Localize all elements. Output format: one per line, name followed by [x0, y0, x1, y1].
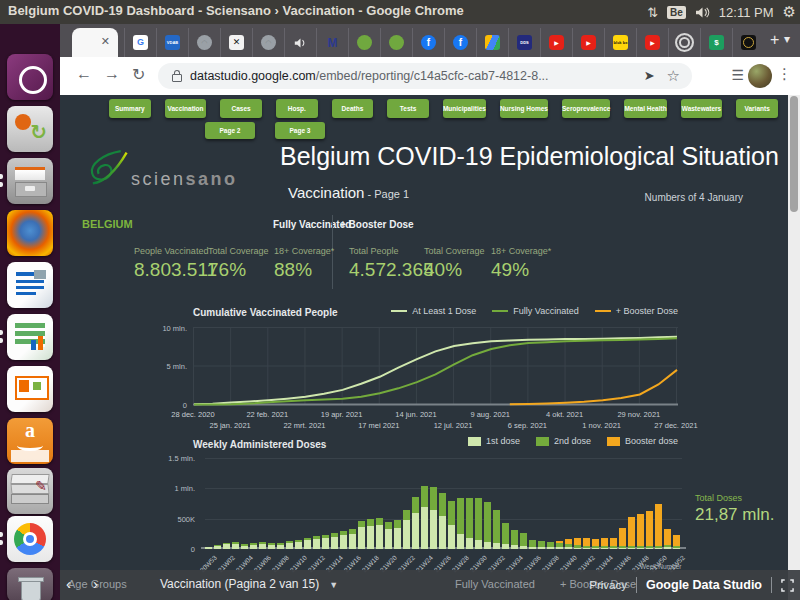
- bookmark-star-icon[interactable]: ☆: [667, 67, 680, 85]
- bar-segment-1st-dose: [646, 548, 653, 549]
- bar-segment-1st-dose: [466, 538, 473, 549]
- tab-drone-site[interactable]: ✕: [220, 28, 252, 57]
- lock-icon[interactable]: [172, 74, 182, 82]
- nav-button-vaccination[interactable]: Vaccination: [165, 99, 207, 118]
- launcher-item-libreoffice-writer[interactable]: [7, 262, 53, 308]
- bar-segment-1st-dose: [304, 540, 311, 549]
- prev-page-icon[interactable]: ‹: [66, 575, 93, 592]
- launcher-item-app-stack[interactable]: ✎: [7, 468, 53, 514]
- bar-21W35: [520, 533, 527, 549]
- clock[interactable]: 12:11 PM: [719, 5, 774, 20]
- tab-youtube-3[interactable]: ▶: [636, 28, 668, 57]
- send-to-device-icon[interactable]: ➤: [644, 68, 655, 83]
- next-page-icon[interactable]: ›: [93, 575, 120, 592]
- nav-button-municipalities[interactable]: Municipalities: [443, 99, 486, 118]
- bar-20W53: [205, 547, 212, 549]
- nav-button-hosp-[interactable]: Hosp.: [276, 99, 318, 118]
- session-gear-icon[interactable]: ⚙: [783, 3, 796, 21]
- reload-button[interactable]: ↻: [132, 65, 145, 84]
- reading-list-icon[interactable]: ☰: [731, 67, 744, 83]
- tab-search-chevron-icon[interactable]: ▾: [784, 32, 790, 46]
- active-tab[interactable]: ✕: [72, 28, 118, 57]
- bar-chart-legend: 1st dose2nd doseBooster dose: [395, 436, 678, 446]
- volume-icon[interactable]: [695, 6, 710, 19]
- tab-google-ads[interactable]: [476, 28, 508, 57]
- tab-spiral-rings[interactable]: [668, 28, 700, 57]
- tab-google-translate[interactable]: G: [124, 28, 156, 57]
- page-selector[interactable]: Vaccination (Pagina 2 van 15)▼: [160, 577, 338, 591]
- fullscreen-icon[interactable]: [781, 579, 794, 592]
- tab-globe-site-2[interactable]: ◠: [252, 28, 284, 57]
- top-panel: Belgium COVID-19 Dashboard - Sciensano ›…: [0, 0, 800, 24]
- tab-youtube-2[interactable]: ▶: [572, 28, 604, 57]
- nav-button-cases[interactable]: Cases: [220, 99, 262, 118]
- blckbx-icon: blck bx: [613, 35, 628, 50]
- nav-button-deaths[interactable]: Deaths: [332, 99, 374, 118]
- nav-button-mental-health[interactable]: Mental Health: [624, 99, 666, 118]
- omnibox[interactable]: datastudio.google.com/embed/reporting/c1…: [158, 63, 692, 89]
- launcher-item-chrome[interactable]: [7, 516, 53, 562]
- line-chart-legend: At Least 1 DoseFully Vaccinated+ Booster…: [395, 306, 678, 316]
- tab-gold-ring[interactable]: [732, 28, 764, 57]
- tab-mail-m[interactable]: M: [316, 28, 348, 57]
- bar-21W05: [250, 543, 257, 549]
- page-scrollbar[interactable]: [788, 95, 800, 600]
- nav-button-page-3[interactable]: Page 3: [275, 122, 325, 139]
- privacy-link[interactable]: Privacy: [589, 579, 627, 591]
- launcher-item-trash[interactable]: [7, 568, 53, 600]
- bar-chart-plot: [205, 458, 682, 549]
- tab-globe-site-1[interactable]: ◠: [188, 28, 220, 57]
- launcher-item-file-manager[interactable]: [7, 158, 53, 204]
- bar-segment-1st-dose: [430, 510, 437, 549]
- numbers-of-date: Numbers of 4 January: [645, 192, 743, 203]
- scrollbar-thumb[interactable]: [790, 96, 798, 212]
- bar-21W07: [268, 543, 275, 549]
- bar-segment-2nd-dose: [448, 501, 455, 525]
- tab-dds[interactable]: DDS: [508, 28, 540, 57]
- nav-button-summary[interactable]: Summary: [109, 99, 151, 118]
- tab-vdab[interactable]: VDAB: [156, 28, 188, 57]
- tab-youtube-1[interactable]: ▶: [540, 28, 572, 57]
- profile-avatar[interactable]: [748, 64, 772, 88]
- tab-green-dot-2[interactable]: [380, 28, 412, 57]
- bar-21W43: [592, 539, 599, 549]
- browser-menu-icon[interactable]: ⋮: [777, 65, 792, 83]
- forward-button[interactable]: →: [104, 65, 120, 83]
- network-icon[interactable]: ⇅: [647, 5, 658, 20]
- keyboard-layout-indicator[interactable]: Be: [667, 6, 686, 19]
- nav-button-page-2[interactable]: Page 2: [205, 122, 255, 139]
- bar-segment-1st-dose: [511, 545, 518, 549]
- nav-button-tests[interactable]: Tests: [387, 99, 429, 118]
- launcher-item-libreoffice-calc[interactable]: [7, 314, 53, 360]
- new-tab-button[interactable]: +: [770, 31, 779, 49]
- close-tab-icon[interactable]: ✕: [101, 35, 110, 48]
- tab-audio-speaker[interactable]: [284, 28, 316, 57]
- tab-green-dot-1[interactable]: [348, 28, 380, 57]
- tab-strip: ✕ GVDAB◠✕◠MffDDS▶▶blck bx▶$ + ▾: [60, 24, 800, 57]
- nav-button-seroprevalence[interactable]: Seroprevalence: [562, 99, 610, 118]
- bar-segment-1st-dose: [268, 545, 275, 549]
- tab-facebook-2[interactable]: f: [444, 28, 476, 57]
- launcher-item-amazon[interactable]: a: [7, 418, 53, 464]
- nav-button-nursing-homes[interactable]: Nursing Homes: [500, 99, 548, 118]
- bar-segment-1st-dose: [250, 545, 257, 549]
- launcher-item-ubuntu-dash[interactable]: [7, 54, 53, 100]
- nav-button-variants[interactable]: Variants: [736, 99, 778, 118]
- legend-label: + Booster Dose: [616, 306, 678, 316]
- tab-finance-green[interactable]: $: [700, 28, 732, 57]
- google-data-studio-brand[interactable]: Google Data Studio: [646, 578, 762, 592]
- bar-segment-2nd-dose: [385, 522, 392, 529]
- nav-button-wastewaters[interactable]: Wastewaters: [681, 99, 723, 118]
- bar-segment-1st-dose: [520, 546, 527, 549]
- page-nav-arrows[interactable]: ‹›: [66, 575, 120, 592]
- launcher-item-firefox[interactable]: [7, 210, 53, 256]
- url-text[interactable]: datastudio.google.com/embed/reporting/c1…: [190, 69, 644, 83]
- launcher-item-backup-utility[interactable]: ↻: [7, 106, 53, 152]
- bar-ytick: 1.5 mln.: [155, 454, 195, 463]
- tab-blckbx[interactable]: blck bx: [604, 28, 636, 57]
- launcher-item-libreoffice-impress[interactable]: [7, 366, 53, 412]
- tab-facebook-1[interactable]: f: [412, 28, 444, 57]
- green-dot-2-icon: [389, 35, 404, 50]
- back-button[interactable]: ←: [76, 65, 92, 83]
- bar-21W26: [439, 493, 446, 549]
